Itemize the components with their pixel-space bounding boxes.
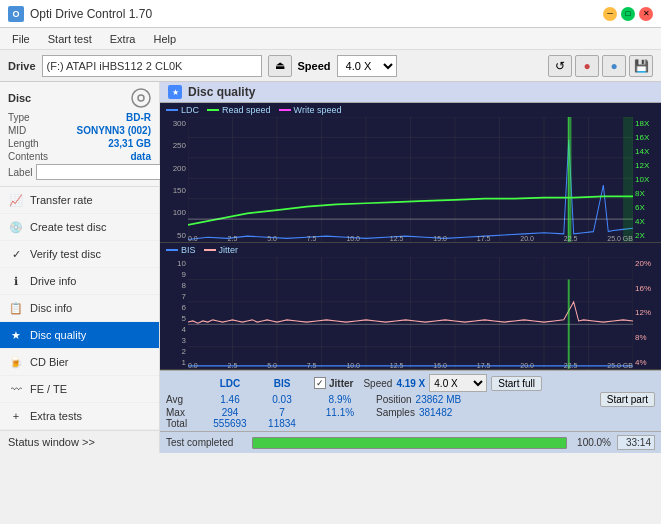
sidebar-item-drive-info[interactable]: ℹ Drive info xyxy=(0,268,159,295)
progress-bar-container xyxy=(252,437,567,449)
jitter-checkbox[interactable]: ✓ xyxy=(314,377,326,389)
y2r-16: 16% xyxy=(633,284,661,293)
speed-stat-label: Speed xyxy=(363,378,392,389)
ldc-legend-line xyxy=(166,109,178,111)
y2-2: 2 xyxy=(160,347,188,356)
svg-point-1 xyxy=(138,95,144,101)
avg-bis: 0.03 xyxy=(256,394,308,405)
minimize-button[interactable]: ─ xyxy=(603,7,617,21)
speed-label: Speed xyxy=(298,60,331,72)
x1-12.5: 12.5 xyxy=(390,235,404,242)
disc-label-row: Label 🔍 xyxy=(8,164,151,180)
chart2-svg xyxy=(188,257,633,369)
menu-extra[interactable]: Extra xyxy=(102,31,144,47)
sidebar-item-fe-te[interactable]: 〰 FE / TE xyxy=(0,376,159,403)
disc-label-input[interactable] xyxy=(36,164,169,180)
drive-eject-button[interactable]: ⏏ xyxy=(268,55,292,77)
write-speed-legend-line xyxy=(279,109,291,111)
maximize-button[interactable]: □ xyxy=(621,7,635,21)
menubar: File Start test Extra Help xyxy=(0,28,661,50)
x2-17.5: 17.5 xyxy=(477,362,491,369)
y1r-6x: 6X xyxy=(633,203,661,212)
x1-0: 0.0 xyxy=(188,235,198,242)
x1-10: 10.0 xyxy=(346,235,360,242)
sidebar-item-extra-tests[interactable]: + Extra tests xyxy=(0,403,159,430)
menu-help[interactable]: Help xyxy=(145,31,184,47)
x1-5: 5.0 xyxy=(267,235,277,242)
y1r-18x: 18X xyxy=(633,119,661,128)
x2-20: 20.0 xyxy=(520,362,534,369)
chart1-legend: LDC Read speed Write speed xyxy=(160,103,661,117)
x2-25: 25.0 GB xyxy=(607,362,633,369)
type-label: Type xyxy=(8,112,30,123)
menu-start-test[interactable]: Start test xyxy=(40,31,100,47)
position-label: Position xyxy=(376,394,412,405)
sidebar-item-create-test-disc[interactable]: 💿 Create test disc xyxy=(0,214,159,241)
x1-17.5: 17.5 xyxy=(477,235,491,242)
drive-icon-info[interactable]: ● xyxy=(602,55,626,77)
x1-25: 25.0 GB xyxy=(607,235,633,242)
status-window-button[interactable]: Status window >> xyxy=(0,430,159,453)
start-full-button[interactable]: Start full xyxy=(491,376,542,391)
x2-10: 10.0 xyxy=(346,362,360,369)
y1r-4x: 4X xyxy=(633,217,661,226)
stats-max-row: Max 294 7 11.1% Samples 381482 xyxy=(166,407,655,418)
disc-quality-title: Disc quality xyxy=(188,85,255,99)
sidebar-item-transfer-rate[interactable]: 📈 Transfer rate xyxy=(0,187,159,214)
jitter-header-group: ✓ Jitter xyxy=(314,377,353,389)
y1r-10x: 10X xyxy=(633,175,661,184)
write-speed-legend-item: Write speed xyxy=(279,105,342,115)
sidebar-item-disc-info[interactable]: 📋 Disc info xyxy=(0,295,159,322)
bis-column-header: BIS xyxy=(256,378,308,389)
speed-stat-value: 4.19 X xyxy=(396,378,425,389)
sidebar-item-disc-quality[interactable]: ★ Disc quality xyxy=(0,322,159,349)
stats-total-row: Total 555693 11834 xyxy=(166,418,655,429)
total-ldc: 555693 xyxy=(204,418,256,429)
y2r-12: 12% xyxy=(633,308,661,317)
y1-50: 50 xyxy=(160,231,188,240)
y2-4: 4 xyxy=(160,325,188,334)
content-area: Disc Type BD-R MID SONYNN3 (002) Length … xyxy=(0,82,661,453)
disc-quality-label: Disc quality xyxy=(30,329,86,341)
avg-jitter: 8.9% xyxy=(314,394,366,405)
start-part-button[interactable]: Start part xyxy=(600,392,655,407)
max-label: Max xyxy=(166,407,204,418)
menu-file[interactable]: File xyxy=(4,31,38,47)
extra-tests-label: Extra tests xyxy=(30,410,82,422)
read-speed-legend-item: Read speed xyxy=(207,105,271,115)
x1-15: 15.0 xyxy=(433,235,447,242)
ldc-legend-label: LDC xyxy=(181,105,199,115)
disc-icon xyxy=(131,88,151,108)
drive-icon-refresh[interactable]: ↺ xyxy=(548,55,572,77)
y1r-16x: 16X xyxy=(633,133,661,142)
y2-5: 5 xyxy=(160,314,188,323)
jitter-header-label: Jitter xyxy=(329,378,353,389)
status-window-label: Status window >> xyxy=(8,436,95,448)
y2-8: 8 xyxy=(160,281,188,290)
sidebar-item-verify-test-disc[interactable]: ✓ Verify test disc xyxy=(0,241,159,268)
app-icon: O xyxy=(8,6,24,22)
y1-250: 250 xyxy=(160,141,188,150)
mid-value: SONYNN3 (002) xyxy=(77,125,151,136)
drive-icon-settings[interactable]: ● xyxy=(575,55,599,77)
time-display: 33:14 xyxy=(617,435,655,450)
drive-select[interactable]: (F:) ATAPI iHBS112 2 CL0K xyxy=(42,55,262,77)
close-button[interactable]: ✕ xyxy=(639,7,653,21)
chart2-legend: BIS Jitter xyxy=(160,243,661,257)
speed-stat-select[interactable]: 4.0 X xyxy=(429,374,487,392)
app-title: Opti Drive Control 1.70 xyxy=(30,7,152,21)
write-speed-legend-label: Write speed xyxy=(294,105,342,115)
contents-value: data xyxy=(130,151,151,162)
cd-bier-label: CD Bier xyxy=(30,356,69,368)
create-test-disc-icon: 💿 xyxy=(8,219,24,235)
speed-header-group: Speed 4.19 X xyxy=(363,378,425,389)
x1-22.5: 22.5 xyxy=(564,235,578,242)
speed-select[interactable]: 4.0 X 2.0 X 1.0 X xyxy=(337,55,397,77)
samples-value: 381482 xyxy=(419,407,452,418)
drive-label: Drive xyxy=(8,60,36,72)
max-ldc: 294 xyxy=(204,407,256,418)
drive-icon-save[interactable]: 💾 xyxy=(629,55,653,77)
sidebar-item-cd-bier[interactable]: 🍺 CD Bier xyxy=(0,349,159,376)
chart2-y-axis-right: 20% 16% 12% 8% 4% xyxy=(633,257,661,369)
max-jitter: 11.1% xyxy=(314,407,366,418)
